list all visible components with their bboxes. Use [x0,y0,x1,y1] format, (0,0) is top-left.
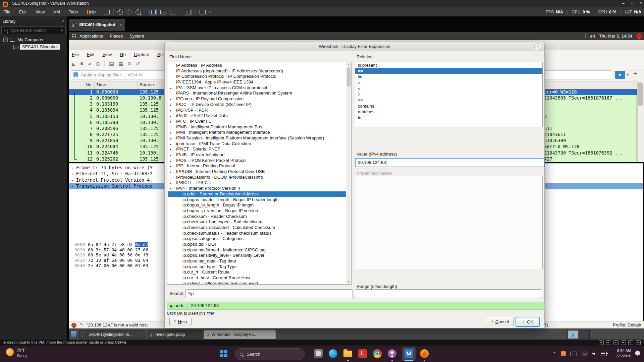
field-item[interactable]: ip.cipso.malformed · Malformed CIPSO tag [168,247,346,253]
relation-item[interactable]: > [355,80,542,85]
field-item[interactable]: ▸IPoIB · IP over Infiniband [168,152,346,158]
field-item[interactable]: ip.cipso.categories · Categories [168,236,346,242]
field-item[interactable]: IProvideClassInfo · DCOM IProvideClassIn… [168,175,346,180]
save-file-icon[interactable]: ▦ [118,61,123,67]
taskbar-clock[interactable]: 9:54 AM 3/5/2026 [612,348,631,359]
relation-item[interactable]: != [355,74,542,80]
field-item[interactable]: ▸IPA · GSM over IP ip.access CCM sub-pro… [168,85,346,91]
volume-icon[interactable] [592,353,595,355]
value-input[interactable]: 20.106.124.93 [355,158,545,167]
relation-list[interactable]: is present==!=><>=<=containsmatchesin [355,62,543,127]
wireshark-menu-go[interactable]: Go [120,52,125,57]
field-expand-icon[interactable]: ▸ [170,108,174,114]
field-expand-icon[interactable]: ▸ [170,136,174,141]
taskbar-app-vmware[interactable] [405,349,413,358]
expert-info-icon[interactable] [71,323,76,328]
taskbar-app-people[interactable] [388,349,396,358]
scroll-up-icon[interactable]: ▲ [346,62,351,67]
menu-tabs[interactable]: Tabs [69,9,78,14]
taskbar-window-button[interactable]: >_sec401@slingshot: /s... [79,330,145,339]
field-item[interactable]: ip.cipso.doi · DOI [168,242,346,247]
weather-condition[interactable]: Sunny [17,354,27,358]
field-expand-icon[interactable]: ▸ [170,169,174,175]
field-expand-icon[interactable]: ▸ [170,147,174,153]
console-view-toggle[interactable]: >_ [184,9,192,15]
fullscreen-dropdown-icon[interactable]: ▾ [209,10,211,14]
wifi-icon[interactable] [582,352,588,356]
filter-add-button[interactable]: + [633,70,637,77]
menu-vm[interactable]: VM [53,9,60,14]
relation-item[interactable]: <= [355,97,542,103]
start-capture-icon[interactable]: ◣ [72,61,76,67]
field-item[interactable]: ▸IPFC · IP Over FC [168,119,346,124]
sidebar-item-my-computer[interactable]: − My Computer [3,37,44,42]
field-item[interactable]: ip.checksum_bad.expert · Bad checksum [168,219,346,225]
guest-menu-system[interactable]: System [129,34,144,39]
taskbar-window-button[interactable]: investigate.pcap [147,330,202,339]
cancel-button[interactable]: ×Cancel [487,317,514,326]
field-name-list[interactable]: IP Address · IP AddressIP Addresses (dep… [167,62,352,285]
field-expand-icon[interactable]: ▸ [170,180,174,186]
expand-arrow-icon[interactable]: ▸ [71,165,73,171]
field-item[interactable]: ip.addr · Source or Destination Address [168,191,346,197]
restart-capture-icon[interactable]: ◕ [88,61,91,67]
field-item[interactable]: ▸iPerf2 · iPerf2 Packet Data [168,113,346,119]
field-item[interactable]: ip.cipso.sensitivity_level · Sensitivity… [168,253,346,258]
field-item[interactable]: ip.bogus_header_length · Bogus IP header… [168,197,346,203]
taskbar-app-photos[interactable] [314,349,323,358]
expand-arrow-icon[interactable]: ▸ [71,183,73,189]
workspace-2[interactable] [579,330,590,339]
field-item[interactable]: ip.checksum.status · Header checksum sta… [168,231,346,236]
hard-disk-icon[interactable] [599,340,604,345]
field-item[interactable]: ip.cur_rt_host · Current Route Host [168,275,346,281]
field-list-scrollbar[interactable]: ▲ ▼ [346,62,351,284]
guest-menu-applications[interactable]: Applications [79,34,103,39]
range-input[interactable] [355,289,542,298]
relation-item[interactable]: matches [355,109,542,115]
network-adapter-icon[interactable] [613,340,619,345]
field-expand-icon[interactable]: ▸ [170,97,174,102]
field-item[interactable]: ip.dsfield · Differentiated Services Fie… [168,281,346,284]
field-item[interactable]: ▸IPPUSB · Internet Printing Protocol Ove… [168,169,346,175]
profile-label[interactable]: Profile: Default [613,322,641,327]
field-expand-icon[interactable]: ▸ [170,102,174,108]
field-item[interactable]: ▸IPComp · IP Payload Compression [168,96,346,102]
vmware-minimize-button[interactable]: – [620,0,627,7]
field-item[interactable]: ip.bogus_ip_version · Bogus IP version [168,208,346,214]
stop-capture-icon[interactable]: ■ [80,61,84,67]
start-button[interactable] [220,350,227,357]
wireshark-menu-file[interactable]: File [72,52,79,57]
show-thumbnail-bar-toggle[interactable] [160,10,166,14]
usb-icon[interactable] [621,340,626,345]
field-item[interactable]: ip.checksum_calculated · Calculated Chec… [168,225,346,231]
taskbar-window-active[interactable]: Wireshark · Display Fi... [204,330,276,339]
weather-icon[interactable] [6,348,14,356]
fullscreen-icon[interactable] [200,10,206,14]
column-source[interactable]: Source [140,82,154,87]
field-expand-icon[interactable]: ▸ [170,130,174,136]
show-desktop-icon[interactable] [70,330,77,338]
field-expand-icon[interactable]: ▸ [170,164,174,169]
weather-temperature[interactable]: 70°F [17,348,25,353]
show-library-toggle[interactable] [149,9,157,15]
vm-tab-close-icon[interactable]: × [120,23,122,27]
vmware-close-button[interactable]: × [637,0,644,7]
taskbar-search-input[interactable]: Search [235,348,305,360]
fit-guest-toggle[interactable] [170,10,176,14]
field-item[interactable]: ▸IPSICTL · IPSICTL [168,180,346,186]
notification-bell-icon[interactable] [635,351,640,355]
tray-chevron-icon[interactable]: ⌃ [553,352,556,356]
menu-edit[interactable]: Edit [19,9,26,14]
field-expand-icon[interactable]: ▸ [170,119,174,125]
field-expand-icon[interactable]: ▸ [170,113,174,119]
field-item[interactable]: ▸IPMI Session · Intelligent Platform Man… [168,135,346,141]
field-item[interactable]: ▸IPMI · Intelligent Platform Management … [168,130,346,135]
field-expand-icon[interactable]: ▸ [170,158,174,164]
close-file-icon[interactable]: × [128,61,131,67]
expand-arrow-icon[interactable]: ▸ [71,177,73,183]
field-expand-icon[interactable]: ▸ [170,85,174,91]
field-item[interactable]: IP Address · IP Address [168,63,346,68]
field-item[interactable]: ip.bogus_ip_length · Bogus IP length [168,202,346,208]
relation-item[interactable]: in [355,115,542,121]
relation-item[interactable]: < [355,86,542,92]
